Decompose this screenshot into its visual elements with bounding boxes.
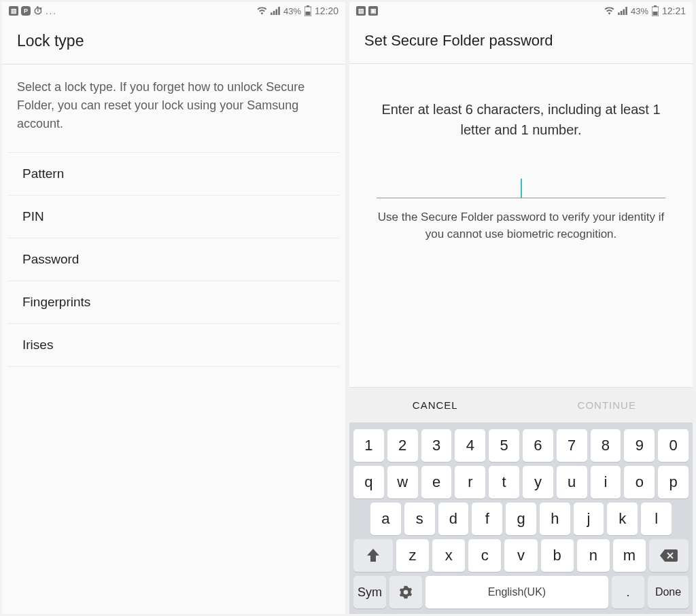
item-irises[interactable]: Irises <box>7 323 340 367</box>
key-1[interactable]: 1 <box>353 429 384 462</box>
svg-rect-1 <box>307 5 309 7</box>
key-e[interactable]: e <box>421 466 452 499</box>
hint-text: Use the Secure Folder password to verify… <box>377 209 665 242</box>
key-6[interactable]: 6 <box>523 429 553 462</box>
set-password-screen: ▧ ▣ 43% 12:21 Set Secure Folder password… <box>349 2 693 614</box>
wifi-icon <box>604 7 614 15</box>
key-0[interactable]: 0 <box>658 429 689 462</box>
item-fingerprints[interactable]: Fingerprints <box>7 280 340 323</box>
wifi-icon <box>257 7 267 15</box>
key-9[interactable]: 9 <box>624 429 655 462</box>
key-8[interactable]: 8 <box>591 429 621 462</box>
battery-icon <box>304 5 311 16</box>
cancel-button[interactable]: CANCEL <box>349 388 521 422</box>
key-z[interactable]: z <box>396 539 429 572</box>
key-x[interactable]: x <box>432 539 465 572</box>
key-j[interactable]: j <box>574 503 604 535</box>
key-q[interactable]: q <box>353 466 384 499</box>
svg-rect-2 <box>305 12 310 16</box>
key-7[interactable]: 7 <box>557 429 587 462</box>
battery-icon <box>652 5 659 16</box>
samsung-pay-icon: P <box>21 6 31 16</box>
key-b[interactable]: b <box>541 539 574 572</box>
gallery-icon: ▧ <box>356 6 366 16</box>
svg-rect-5 <box>652 12 657 16</box>
key-p[interactable]: p <box>658 466 689 499</box>
password-input[interactable] <box>377 174 665 198</box>
space-key[interactable]: English(UK) <box>425 576 608 609</box>
key-5[interactable]: 5 <box>489 429 519 462</box>
period-key[interactable]: . <box>612 576 644 609</box>
key-s[interactable]: s <box>404 503 435 535</box>
backspace-key[interactable] <box>649 539 689 572</box>
gallery-icon: ▧ <box>9 6 18 16</box>
signal-icon <box>271 7 280 15</box>
page-title: Lock type <box>2 20 345 64</box>
key-w[interactable]: w <box>387 466 418 499</box>
key-f[interactable]: f <box>472 503 502 535</box>
item-password[interactable]: Password <box>7 238 340 280</box>
key-r[interactable]: r <box>455 466 485 499</box>
text-cursor <box>521 179 522 198</box>
item-pattern[interactable]: Pattern <box>7 152 340 195</box>
virtual-keyboard: 1234567890 qwertyuiop asdfghjkl zxcvbnm … <box>349 422 693 614</box>
key-4[interactable]: 4 <box>455 429 485 462</box>
description-text: Select a lock type. If you forget how to… <box>2 65 345 152</box>
settings-key[interactable] <box>389 576 422 609</box>
key-o[interactable]: o <box>624 466 655 499</box>
key-k[interactable]: k <box>607 503 638 535</box>
item-pin[interactable]: PIN <box>7 195 340 238</box>
signal-icon <box>618 7 627 15</box>
status-time: 12:20 <box>315 5 338 16</box>
dialog-buttons: CANCEL CONTINUE <box>349 387 693 422</box>
continue-button: CONTINUE <box>521 388 693 422</box>
key-a[interactable]: a <box>370 503 401 535</box>
key-i[interactable]: i <box>591 466 621 499</box>
key-t[interactable]: t <box>489 466 519 499</box>
key-u[interactable]: u <box>557 466 587 499</box>
done-key[interactable]: Done <box>648 576 689 609</box>
page-title: Set Secure Folder password <box>349 20 693 63</box>
lock-type-screen: ▧ P ⏱ ... 43% 12:20 Lock type Select a l… <box>2 2 345 614</box>
key-3[interactable]: 3 <box>421 429 452 462</box>
alarm-icon: ⏱ <box>33 6 43 16</box>
lock-type-list: Pattern PIN Password Fingerprints Irises <box>7 152 340 367</box>
key-l[interactable]: l <box>641 503 672 535</box>
key-m[interactable]: m <box>613 539 646 572</box>
key-n[interactable]: n <box>577 539 610 572</box>
status-bar: ▧ P ⏱ ... 43% 12:20 <box>2 2 345 20</box>
instruction-text: Enter at least 6 characters, including a… <box>349 99 693 140</box>
status-time: 12:21 <box>662 5 686 16</box>
key-y[interactable]: y <box>523 466 553 499</box>
key-c[interactable]: c <box>468 539 501 572</box>
key-g[interactable]: g <box>506 503 536 535</box>
key-d[interactable]: d <box>438 503 469 535</box>
battery-text: 43% <box>283 6 301 16</box>
status-bar: ▧ ▣ 43% 12:21 <box>349 2 693 20</box>
svg-rect-4 <box>654 5 657 7</box>
sym-key[interactable]: Sym <box>353 576 386 609</box>
key-h[interactable]: h <box>540 503 570 535</box>
more-icon: ... <box>46 6 57 16</box>
shift-key[interactable] <box>353 539 393 572</box>
key-v[interactable]: v <box>504 539 537 572</box>
key-2[interactable]: 2 <box>387 429 418 462</box>
divider <box>349 63 693 64</box>
battery-text: 43% <box>631 6 648 16</box>
secure-folder-icon: ▣ <box>368 6 378 16</box>
